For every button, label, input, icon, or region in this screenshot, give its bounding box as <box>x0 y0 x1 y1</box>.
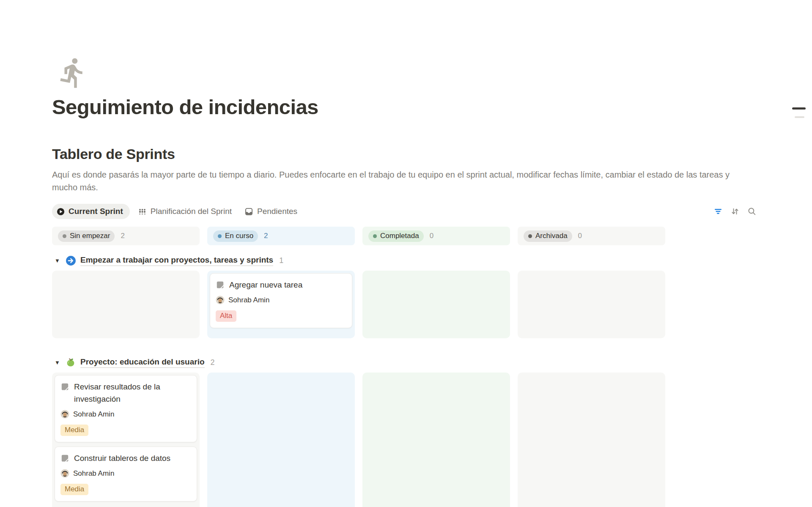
group-header-proyecto-educacion: ▼ Proyecto: educación del usuario 2 <box>52 354 672 370</box>
column-count: 0 <box>578 232 582 240</box>
search-icon <box>747 207 757 216</box>
column-header-archivada: Archivada 0 <box>518 227 665 245</box>
column-cell-en-curso <box>207 373 355 507</box>
green-apple-icon <box>66 357 76 368</box>
page-icon <box>60 454 69 463</box>
assignee-name: Sohrab Amin <box>73 469 114 478</box>
page-icon <box>60 382 69 391</box>
group-row: Agregar nueva tarea Sohrab Amin Alta <box>52 271 672 338</box>
assignee-name: Sohrab Amin <box>73 410 114 419</box>
collapse-toggle-icon[interactable]: ▼ <box>55 258 66 264</box>
page-icon-running-person[interactable] <box>56 56 89 89</box>
card-title: Agregar nueva tarea <box>229 279 302 291</box>
filter-button[interactable] <box>713 206 723 217</box>
running-person-icon <box>56 56 89 89</box>
tab-label: Current Sprint <box>69 207 123 216</box>
team-icon <box>138 207 147 216</box>
status-dot <box>218 234 222 238</box>
blue-arrow-circle-icon <box>66 255 76 266</box>
column-cell-sin-empezar <box>52 271 200 338</box>
tab-sprint-planning[interactable]: Planificación del Sprint <box>133 204 236 219</box>
status-dot <box>528 234 532 238</box>
group-title-link[interactable]: Proyecto: educación del usuario <box>80 357 205 368</box>
outline-dash-icon <box>795 116 804 118</box>
sprint-board: Sin empezar 2 En curso 2 Completada 0 <box>52 227 672 507</box>
status-dot <box>373 234 377 238</box>
filter-icon <box>713 207 723 216</box>
page-icon <box>216 280 225 289</box>
group-row: Revisar resultados de la investigación S… <box>52 373 672 507</box>
group-count: 1 <box>279 256 283 265</box>
status-pill-archivada[interactable]: Archivada <box>524 230 572 242</box>
column-header-completada: Completada 0 <box>362 227 510 245</box>
user-photo-avatar <box>60 469 69 478</box>
section-description: Aquí es donde pasarás la mayor parte de … <box>52 168 756 194</box>
group-count: 2 <box>211 358 215 367</box>
sort-icon <box>730 207 740 216</box>
column-cell-en-curso: Agregar nueva tarea Sohrab Amin Alta <box>207 271 355 338</box>
status-pill-sin-empezar[interactable]: Sin empezar <box>58 230 115 242</box>
outline-dash-icon <box>792 107 806 110</box>
column-count: 2 <box>121 232 124 240</box>
task-card-agregar-nueva-tarea[interactable]: Agregar nueva tarea Sohrab Amin Alta <box>210 273 352 328</box>
tab-current-sprint[interactable]: Current Sprint <box>52 204 130 219</box>
group-header-sprint-intro: ▼ Empezar a trabajar con proyectos, tare… <box>52 252 672 269</box>
status-pill-en-curso[interactable]: En curso <box>213 230 258 242</box>
collapse-toggle-icon[interactable]: ▼ <box>55 359 66 366</box>
view-bar: Current Sprint Planificación del Sprint <box>52 204 757 219</box>
view-toolbar <box>713 206 757 217</box>
status-label: Sin empezar <box>70 232 110 240</box>
column-cell-archivada <box>518 271 665 338</box>
card-assignee: Sohrab Amin <box>60 469 190 478</box>
column-count: 0 <box>430 232 433 240</box>
task-card-revisar-resultados[interactable]: Revisar resultados de la investigación S… <box>55 375 197 442</box>
column-count: 2 <box>264 232 268 240</box>
column-cell-completada <box>362 271 510 338</box>
tab-label: Pendientes <box>257 207 297 216</box>
page-title: Seguimiento de incidencias <box>52 95 812 119</box>
column-header-sin-empezar: Sin empezar 2 <box>52 227 200 245</box>
play-circle-icon <box>57 208 65 216</box>
group-title-link[interactable]: Empezar a trabajar con proyectos, tareas… <box>80 255 273 266</box>
card-title: Construir tableros de datos <box>74 452 170 464</box>
user-photo-avatar <box>60 410 69 419</box>
priority-tag: Alta <box>216 310 236 322</box>
card-assignee: Sohrab Amin <box>216 296 346 304</box>
status-label: Archivada <box>535 232 568 240</box>
status-label: En curso <box>225 232 253 240</box>
priority-tag: Media <box>60 425 88 436</box>
column-cell-sin-empezar: Revisar resultados de la investigación S… <box>52 373 200 507</box>
search-button[interactable] <box>747 206 757 217</box>
card-assignee: Sohrab Amin <box>60 410 190 419</box>
assignee-name: Sohrab Amin <box>228 296 269 304</box>
tab-label: Planificación del Sprint <box>151 207 232 216</box>
column-cell-completada <box>362 373 510 507</box>
board-column-headers: Sin empezar 2 En curso 2 Completada 0 <box>52 227 672 245</box>
priority-tag: Media <box>60 484 88 495</box>
column-cell-archivada <box>518 373 665 507</box>
inbox-icon <box>244 207 253 216</box>
tab-pendientes[interactable]: Pendientes <box>240 204 302 219</box>
sort-button[interactable] <box>730 206 740 217</box>
page-outline-indicator[interactable] <box>791 107 806 118</box>
status-label: Completada <box>380 232 419 240</box>
card-title: Revisar resultados de la investigación <box>74 381 190 405</box>
user-photo-avatar <box>216 296 225 304</box>
task-card-construir-tableros[interactable]: Construir tableros de datos Sohrab Amin … <box>55 447 197 502</box>
status-pill-completada[interactable]: Completada <box>368 230 424 242</box>
section-heading: Tablero de Sprints <box>52 146 812 162</box>
status-dot <box>63 234 66 238</box>
column-header-en-curso: En curso 2 <box>207 227 355 245</box>
